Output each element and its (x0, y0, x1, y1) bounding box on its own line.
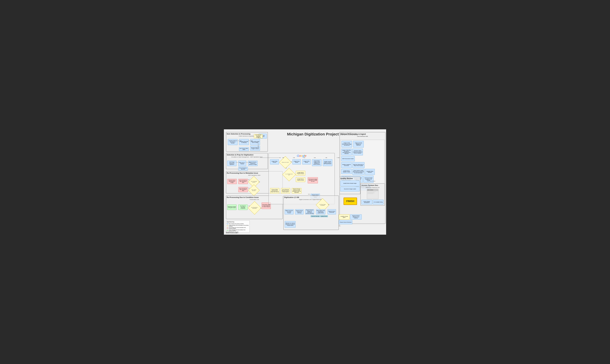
google-converts-box: Google Converts Images & Data to MDP Spe… (323, 159, 332, 166)
physical-volumes-bottom: Condition of book good? Physical Volumes… (339, 214, 366, 226)
physical-vol-reshelved-bottom-box: Physical Volume Reshelved (339, 220, 352, 224)
file-returned-barcodes-box: File of Returned Barcodes Sent to Librar… (281, 188, 290, 194)
digitization-um-title: Digitization @ UM (284, 196, 338, 198)
user-reported-box: User Reported Metadata Corrections (254, 134, 263, 138)
dcu-intake-box: Digital Conversion Unit Intake Process (285, 209, 293, 214)
item-repair-box: Item Repair & Rebinding Preparation (238, 205, 248, 210)
legend-title: FlowChart Key (227, 221, 249, 222)
ordering-box: Ordering, Receiving, & Cataloging (239, 139, 249, 145)
access-system-section: Access System Dev. Information Retrieval… (360, 183, 385, 206)
finish-box: FINISH (344, 197, 357, 205)
access-system-subtitle: Information Retrieval Unit (361, 187, 384, 188)
google-logo: Google (270, 154, 334, 157)
physical-vol-prepared-box: Physical Volume Prepared for Scanning (295, 209, 304, 214)
barcoded-weeded-box: Barcoded & Weeded (238, 161, 246, 166)
workflow-area: Michigan Digitization Project Workflow I… (225, 131, 385, 233)
legend-section: FlowChart Key Blue indicates the primary… (226, 221, 250, 233)
legend-pink: Pink indicates the second deviation from… (227, 227, 249, 229)
physical-vols-withdrawn-box: Physical Volumes Withdrawn from Collecti… (350, 214, 362, 220)
handles-created-box: Handles Created for Documents (341, 162, 352, 168)
scanned-internally-badge: Scanned Internally (311, 215, 320, 217)
phys-vol-resubmit-box: Physical Volume Resubmitted to Google (227, 179, 237, 184)
footer-block: Title: MDPflowchart_v3.graffle Modified:… (226, 231, 238, 233)
selection-prep-subtitle: Circulation & Stack Management – MDP Ope… (227, 156, 267, 158)
rebinding-box: Rebinding & Repair of Physical Volume (227, 205, 236, 210)
repairable-diamond: Item Repairable or Rebindable? (249, 203, 260, 213)
volume-processing-subtitle: Core Services Unit (340, 136, 385, 137)
materials-special-collections-box: Materials from Special Collections (not … (285, 221, 295, 228)
page-images-rudimentary-box: Page Images Given Rudimentary Quality Re… (316, 209, 325, 214)
page-images-diamond: Are Page Images Acceptable? (317, 200, 328, 210)
item-corrected-mdp-box: Item Corrected by MDP Operations Team (238, 179, 248, 184)
selection-prep-title: Selection & Prep for Digitization (227, 154, 267, 156)
google-scans-box: Google Scans Volume (292, 159, 301, 164)
selection-prep-section: Selection & Prep for Digitization Circul… (226, 153, 268, 169)
physical-vol-rescanned-box: Physical Volume Rescanned (328, 209, 336, 214)
copyright-status-box: Copyright Status Research (365, 169, 375, 175)
digitization-um-subtitle: Digital Conversion Unit / Digital Reform… (284, 199, 338, 200)
interface-preview: MIRA SCIENCE (367, 189, 378, 199)
file-checkedin-box: File of Checked-in Barcodes (238, 167, 248, 170)
library-systems-update-box: Library Systems Update Mirlyn Record & A… (352, 169, 364, 175)
ui-usability-box: UI & Usability Testing (373, 200, 384, 205)
mets-docs-box: METS Documents Created (341, 156, 355, 161)
public-domain-note: from Public Domain (364, 181, 378, 182)
physical-volumes-returned-box: Physical Volumes Returned to MDP Operati… (292, 188, 302, 194)
digitization-um-section: Digitization @ UM Digital Conversion Uni… (283, 195, 339, 230)
um-scanned-images-upload-box: UM Scanned Images Uploaded to Google for… (308, 177, 318, 183)
item-selection-section: Item Selection & Processing Public Servi… (226, 132, 268, 152)
quality-review-sample-box: Quality Review Sample Images (340, 181, 360, 186)
checksum-values-box: Checksum Values Loaded Into Checksum Arc… (352, 149, 363, 156)
images-data-validated-box: Images and Data Validated via GROOVE (353, 141, 364, 148)
publisher-optout-diamond: Is it a Publisher Opt-out? (284, 169, 294, 180)
access-system-title: Access System Dev. (361, 184, 384, 186)
mirlyn-box: Mirlyn (online public access catalog) (250, 139, 260, 145)
google-returns-box: Google Returns Physical Volume (296, 177, 305, 182)
shelf-range-box: Shelf Range Selected for Digitization (227, 161, 236, 166)
volume-processing-title: Volume Processing & Ingest (340, 133, 385, 135)
quality-review-section: Quality Review Quality Review Sample Ima… (339, 177, 360, 194)
quality-review-badge: Quality Review (320, 215, 328, 217)
physical-volumes-delivery-box: Physical Volumes Prepared for Delivery t… (248, 161, 258, 166)
legend-green: Green indicates the third deviation from… (227, 229, 249, 231)
physical-vols-shipped-box: Physical Volumes Shipped for Scanning or… (305, 209, 314, 214)
google-makes-images-box: Google Makes Images & Data Available via… (312, 159, 321, 166)
lacking-barcode-diamond: Item Lacking Barcode? (249, 185, 259, 195)
librarians-box: Librarians Select & Buy Books & Journals (228, 139, 237, 145)
legend-yellow: Yellow indicates the first deviation fro… (227, 225, 249, 227)
google-ocrs-box: Google OCRs Volume (302, 159, 311, 164)
data-file-barcodes-box: Data File of Barcodes for Mirlyn Record … (352, 162, 364, 168)
google-rejects-box: Google Rejects Physical Volume (296, 171, 305, 176)
process-status-removed-box: Process Status Removed from Mirlyn Item … (270, 188, 279, 194)
item-process-status-box: Item Process Status Added (239, 147, 249, 151)
item-corrected-mdp2-box: Item Corrected by MDP Operations Team (238, 187, 248, 192)
volume-ok-diamond: Volume ok to Scan? (280, 157, 291, 168)
oai-records-box: OAI Records Made Available in OAI Provid… (363, 176, 374, 183)
images-data-decrypted-box: Images & Data Files Decrypted & Decompre… (341, 149, 352, 156)
condition-book-diamond-container: Condition of book good? (339, 214, 350, 220)
access-system-dev-box: Access System Development (361, 200, 372, 205)
legend-blue: Blue indicates the primary workflow (227, 223, 249, 224)
quality-review-title: Quality Review (340, 177, 360, 180)
records-posted-box: Records Posted for Google to retrieve (250, 146, 260, 151)
quality-review-samples-box: Quality Review Samples Created (341, 169, 352, 174)
page-container: Michigan Digitization Project Workflow I… (224, 129, 386, 235)
document-images-loaded-box: Document & Images Loaded (340, 187, 360, 192)
google-intake-box: Google Intake Process (270, 159, 279, 164)
images-data-retrieved-box: Images & Data Retrieved from Google via … (342, 141, 352, 148)
